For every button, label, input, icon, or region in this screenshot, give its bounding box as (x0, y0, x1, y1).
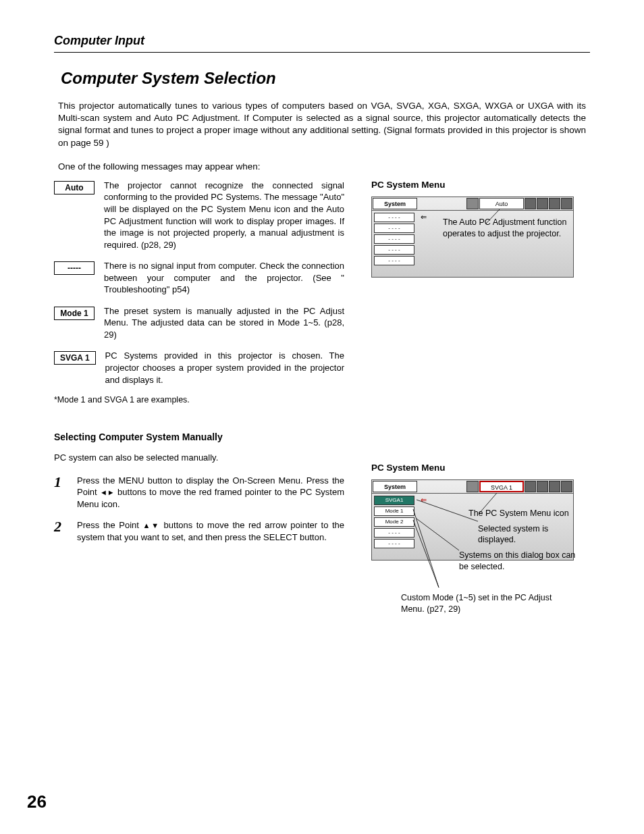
text-auto: The projector cannot recognize the conne… (104, 180, 344, 251)
message-mode1: Mode 1 The preset system is manually adj… (54, 305, 344, 341)
menu-icon (549, 198, 560, 209)
step-1-number: 1 (54, 475, 66, 511)
label-svga1: SVGA 1 (54, 351, 96, 365)
fig2-menubar: System SVGA 1 (372, 480, 573, 494)
fig1-list: - - - - - - - - - - - - - - - - - - - - (374, 213, 414, 275)
list-item: - - - - (374, 213, 414, 222)
label-auto: Auto (54, 181, 95, 194)
left-right-arrow-icon: ◄► (100, 488, 115, 496)
fig1-desc: The Auto PC Adjustment function operates… (439, 217, 567, 240)
pointer-arrow-icon: ⇐ (419, 496, 428, 505)
fig1-top-label: Auto (479, 198, 524, 209)
fig2-top-label: SVGA 1 (479, 481, 524, 492)
step-2-text: Press the Point ▲▼ buttons to move the r… (77, 519, 344, 543)
menu-icon (561, 481, 572, 492)
label-nosignal: ----- (54, 261, 95, 275)
fig1-menubar: System Auto (372, 197, 573, 211)
step-1: 1 Press the MENU button to display the O… (54, 475, 344, 511)
step-2: 2 Press the Point ▲▼ buttons to move the… (54, 519, 344, 543)
fig2-list: SVGA1 Mode 1 Mode 2 - - - - - - - - (374, 496, 414, 558)
callout-icon: The PC System Menu icon (439, 508, 581, 519)
step-1-text: Press the MENU button to display the On-… (77, 475, 344, 511)
menu-icon (466, 481, 479, 492)
page-number: 26 (27, 791, 47, 812)
fig2-title: PC System Menu (371, 463, 590, 473)
manual-page: Computer Input Computer System Selection… (0, 0, 644, 834)
message-nosignal: ----- There is no signal input from comp… (54, 260, 344, 296)
text-mode1: The preset system is manually adjusted i… (104, 305, 344, 341)
section-header: Computer Input (54, 34, 590, 53)
up-down-arrow-icon: ▲▼ (142, 521, 160, 529)
left-column: Auto The projector cannot recognize the … (54, 180, 344, 561)
list-item: Mode 1 (374, 506, 414, 516)
page-title: Computer System Selection (61, 69, 590, 88)
fig2-system-label: System (373, 481, 417, 492)
intro-paragraph: This projector automatically tunes to va… (58, 100, 586, 149)
fig2-callouts: The PC System Menu icon Selected system … (439, 508, 581, 577)
list-item: - - - - (374, 245, 414, 255)
menu-icon (525, 481, 536, 492)
callout-selected: Selected system is displayed. (439, 523, 581, 546)
fig1-title: PC System Menu (371, 180, 590, 190)
text-nosignal: There is no signal input from computer. … (104, 260, 344, 296)
fig1-icons (525, 198, 572, 209)
manual-heading: Selecting Computer System Manually (54, 432, 344, 442)
list-item: - - - - (374, 234, 414, 244)
sub-intro: One of the following messages may appear… (58, 161, 586, 172)
manual-intro: PC system can also be selected manually. (54, 452, 344, 464)
label-mode1: Mode 1 (54, 307, 95, 320)
list-item: Mode 2 (374, 517, 414, 527)
pointer-arrow-icon: ⇐ (419, 213, 428, 222)
fig1-pointer-col: ⇐ (419, 213, 428, 275)
fig1-system-label: System (373, 198, 417, 209)
list-item: - - - - (374, 528, 414, 538)
text-svga1: PC Systems provided in this projector is… (105, 350, 344, 386)
message-svga1: SVGA 1 PC Systems provided in this proje… (54, 350, 344, 386)
list-item: - - - - (374, 256, 414, 265)
list-item-selected: SVGA1 (374, 496, 414, 505)
list-item: - - - - (374, 539, 414, 548)
menu-icon (561, 198, 572, 209)
list-item: - - - - (374, 224, 414, 233)
menu-icon (537, 481, 548, 492)
menu-icon (525, 198, 536, 209)
message-auto: Auto The projector cannot recognize the … (54, 180, 344, 251)
callout-list: Systems on this dialog box can be select… (439, 550, 581, 573)
two-column-layout: Auto The projector cannot recognize the … (54, 180, 590, 561)
menu-icon (537, 198, 548, 209)
right-column: PC System Menu System Auto (371, 180, 590, 561)
fig2-icons (525, 481, 572, 492)
fig2-pointer-col: ⇐ (419, 496, 428, 558)
menu-icon (466, 198, 479, 209)
step-2-number: 2 (54, 519, 66, 543)
callout-custom: Custom Mode (1~5) set in the PC Adjust M… (401, 592, 570, 615)
footnote: *Mode 1 and SVGA 1 are examples. (54, 395, 344, 405)
fig2-container: System SVGA 1 SVGA1 (371, 479, 590, 561)
menu-icon (549, 481, 560, 492)
